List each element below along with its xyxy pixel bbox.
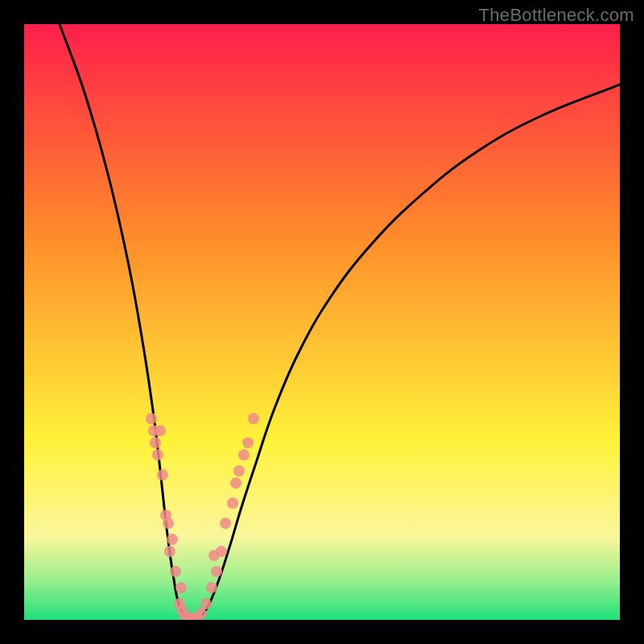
sample-dot [211,566,222,577]
sample-dot [227,497,238,509]
sample-dot [200,598,212,609]
sample-dot [248,413,259,424]
sample-dot [233,465,245,477]
sample-dot [157,469,168,481]
sample-dot [206,582,217,593]
sample-dot [152,449,163,460]
sample-dots-group [146,413,259,620]
sample-dot [150,437,161,448]
sample-dot [164,546,175,557]
curve-layer [24,24,620,620]
sample-dot [216,546,227,557]
sample-dot [163,518,174,529]
sample-dot [146,413,157,424]
plot-area [24,24,620,620]
sample-dot [170,566,181,577]
sample-dot [155,425,166,436]
sample-dot [175,582,187,593]
sample-dot [238,449,250,460]
bottleneck-curve [60,24,620,620]
sample-dot [220,518,231,529]
sample-dot [196,608,207,619]
figure-frame: TheBottleneck.com [0,0,644,644]
sample-dot [167,534,178,545]
sample-dot [230,477,242,489]
sample-dot [242,437,254,448]
watermark-text: TheBottleneck.com [479,5,634,26]
